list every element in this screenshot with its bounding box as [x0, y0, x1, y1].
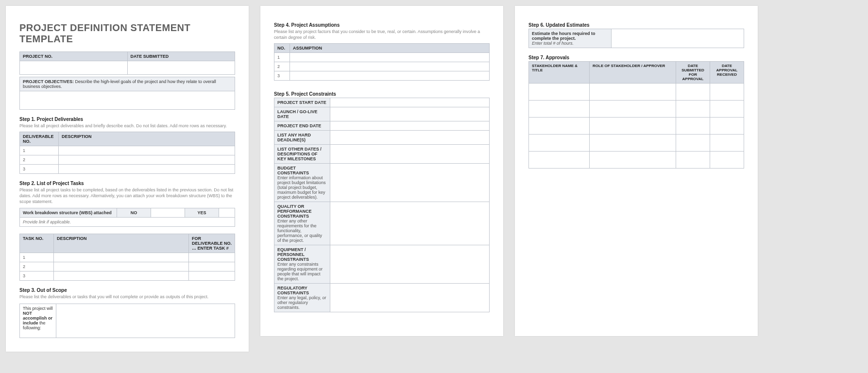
constraint-budget-h: BUDGET CONSTRAINTS	[277, 166, 309, 175]
table-row: 1	[20, 146, 59, 155]
constraint-input[interactable]	[330, 121, 490, 131]
task-desc-header: DESCRIPTION	[54, 234, 189, 253]
approval-cell[interactable]	[590, 118, 676, 135]
assumption-cell[interactable]	[290, 71, 490, 81]
wbs-link-prompt[interactable]: Provide link if applicable.	[20, 217, 235, 226]
out-scope-text-b: NOT accomplish or include	[23, 311, 52, 325]
constraint-other-dates: LIST OTHER DATES / DESCRIPTIONS OF KEY M…	[274, 145, 330, 164]
table-row: 3	[20, 165, 59, 174]
assumption-header: ASSUMPTION	[290, 44, 490, 53]
estimates-table: Estimate the hours required to complete …	[528, 29, 744, 48]
approval-cell[interactable]	[529, 101, 590, 118]
approval-cell[interactable]	[676, 152, 710, 169]
step1-head: Step 1. Project Deliverables	[19, 117, 235, 122]
out-of-scope-input[interactable]	[56, 304, 235, 338]
estimate-h: Estimate the hours required to complete …	[532, 31, 596, 41]
approval-cell[interactable]	[529, 84, 590, 101]
deliverable-no-header: DELIVERABLE NO.	[20, 132, 59, 146]
document-title: PROJECT DEFINITION STATEMENT TEMPLATE	[19, 22, 235, 45]
date-submitted-cell[interactable]	[127, 61, 235, 75]
wbs-attached-table: Work breakdown structure (WBS) attached …	[19, 208, 235, 227]
constraint-input[interactable]	[330, 98, 490, 107]
objectives-label: PROJECT OBJECTIVES:	[23, 79, 74, 84]
task-no-header: TASK NO.	[20, 234, 54, 253]
project-no-header: PROJECT NO.	[20, 52, 128, 61]
approval-cell[interactable]	[710, 101, 744, 118]
project-no-cell[interactable]	[20, 61, 128, 75]
step1-desc: Please list all project deliverables and…	[19, 123, 235, 129]
approval-cell[interactable]	[676, 101, 710, 118]
constraint-input[interactable]	[330, 164, 490, 202]
table-row: 1	[274, 53, 290, 62]
project-info-table: PROJECT NO. DATE SUBMITTED	[19, 51, 235, 75]
approval-cell[interactable]	[676, 118, 710, 135]
constraint-go-live: LAUNCH / GO-LIVE DATE	[274, 107, 330, 121]
assumption-no-header: NO.	[274, 44, 290, 53]
approval-cell[interactable]	[590, 152, 676, 169]
assumption-cell[interactable]	[290, 62, 490, 71]
approval-cell[interactable]	[710, 135, 744, 152]
deliverable-cell[interactable]	[59, 165, 235, 174]
approvals-role-header: ROLE OF STAKEHOLDER / APPROVER	[590, 62, 676, 84]
constraint-input[interactable]	[330, 107, 490, 121]
table-row: 2	[274, 62, 290, 71]
step6-head: Step 6. Updated Estimates	[528, 22, 744, 28]
constraint-input[interactable]	[330, 245, 490, 284]
step2-desc: Please list all project tasks to be comp…	[19, 187, 235, 204]
constraint-input[interactable]	[330, 284, 490, 312]
task-cell[interactable]	[54, 271, 189, 280]
out-of-scope-table: This project will NOT accomplish or incl…	[19, 304, 235, 338]
approvals-date-submitted-header: DATE SUBMITTED FOR APPROVAL	[676, 62, 710, 84]
constraint-input[interactable]	[330, 145, 490, 164]
approvals-date-received-header: DATE APPROVAL RECEIVED	[710, 62, 744, 84]
estimate-input[interactable]	[612, 29, 744, 48]
approval-cell[interactable]	[710, 118, 744, 135]
approval-cell[interactable]	[590, 135, 676, 152]
wbs-yes-checkbox[interactable]	[219, 208, 235, 217]
approvals-table: STAKEHOLDER NAME & TITLE ROLE OF STAKEHO…	[528, 61, 744, 169]
constraint-budget: BUDGET CONSTRAINTSEnter information abou…	[274, 164, 330, 202]
constraint-regulatory-h: REGULATORY CONSTRAINTS	[277, 286, 309, 295]
wbs-no-checkbox[interactable]	[151, 208, 185, 217]
table-row: 3	[20, 271, 54, 280]
approval-cell[interactable]	[676, 84, 710, 101]
approval-cell[interactable]	[710, 152, 744, 169]
task-cell[interactable]	[54, 253, 189, 262]
approval-cell[interactable]	[590, 84, 676, 101]
page-3: Step 6. Updated Estimates Estimate the h…	[515, 6, 758, 336]
constraint-input[interactable]	[330, 131, 490, 145]
approval-cell[interactable]	[529, 135, 590, 152]
constraint-start-date: PROJECT START DATE	[274, 98, 330, 107]
deliverables-table: DELIVERABLE NO. DESCRIPTION 1 2 3	[19, 132, 235, 174]
assumptions-table: NO. ASSUMPTION 1 2 3	[274, 43, 490, 81]
constraint-budget-t: Enter information about project budget l…	[277, 175, 327, 200]
constraint-regulatory: REGULATORY CONSTRAINTSEnter any legal, p…	[274, 284, 330, 312]
constraint-hard-deadlines: LIST ANY HARD DEADLINE(S)	[274, 131, 330, 145]
task-cell[interactable]	[189, 262, 235, 271]
estimate-t: Enter total # of hours.	[532, 41, 608, 46]
page-2: Step 4. Project Assumptions Please list …	[260, 6, 503, 336]
task-cell[interactable]	[54, 262, 189, 271]
constraint-regulatory-t: Enter any legal, policy, or other regula…	[277, 295, 327, 310]
deliverable-cell[interactable]	[59, 146, 235, 155]
approval-cell[interactable]	[676, 135, 710, 152]
approval-cell[interactable]	[710, 84, 744, 101]
constraint-quality-h: QUALITY OR PERFORMANCE CONSTRAINTS	[277, 204, 312, 219]
approval-cell[interactable]	[529, 152, 590, 169]
constraint-equipment: EQUIPMENT / PERSONNEL CONSTRAINTSEnter a…	[274, 245, 330, 284]
assumption-cell[interactable]	[290, 53, 490, 62]
approval-cell[interactable]	[529, 118, 590, 135]
objectives-input[interactable]	[20, 91, 235, 110]
step3-desc: Please list the deliverables or tasks th…	[19, 294, 235, 300]
constraint-quality-t: Enter any other requirements for the fun…	[277, 219, 327, 243]
task-cell[interactable]	[189, 271, 235, 280]
deliverable-cell[interactable]	[59, 155, 235, 165]
task-cell[interactable]	[189, 253, 235, 262]
objectives-label-row: PROJECT OBJECTIVES: Describe the high-le…	[20, 77, 235, 91]
task-deliverable-header: FOR DELIVERABLE NO. … ENTER TASK #	[189, 234, 235, 253]
step5-head: Step 5. Project Constraints	[274, 91, 490, 97]
approval-cell[interactable]	[590, 101, 676, 118]
step7-head: Step 7. Approvals	[528, 55, 744, 60]
constraint-input[interactable]	[330, 202, 490, 245]
wbs-label: Work breakdown structure (WBS) attached	[20, 208, 117, 217]
